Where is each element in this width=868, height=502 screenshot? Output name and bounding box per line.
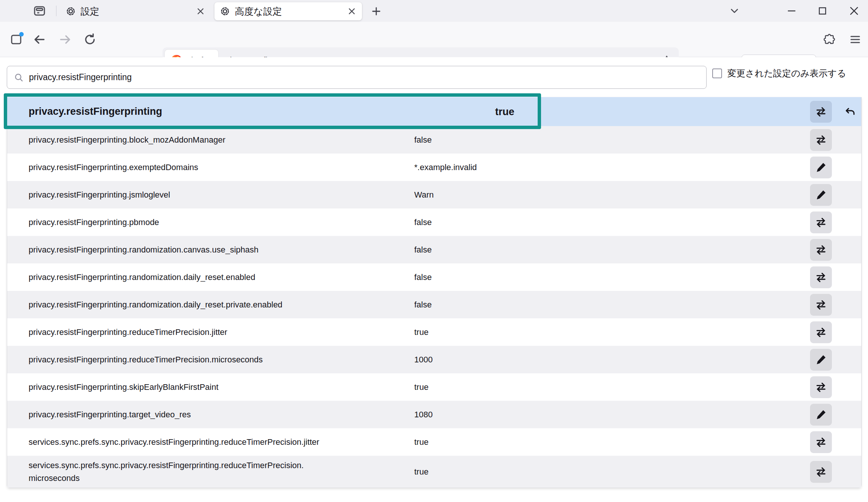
- edit-pencil-icon[interactable]: [810, 404, 832, 426]
- pref-value: true: [414, 437, 429, 447]
- firefox-view-icon[interactable]: [33, 3, 49, 18]
- pref-row[interactable]: privacy.resistFingerprinting.randomizati…: [7, 263, 861, 291]
- pref-value: false: [414, 245, 432, 255]
- pref-value: true: [414, 467, 429, 477]
- window-minimize-icon[interactable]: [779, 0, 804, 22]
- search-input[interactable]: [28, 68, 706, 87]
- pref-value: true: [414, 327, 429, 337]
- new-tab-icon[interactable]: [369, 4, 384, 18]
- tab-advanced-settings[interactable]: 高度な設定: [214, 2, 362, 20]
- prefs-table: privacy.resistFingerprintingtrueprivacy.…: [7, 97, 862, 488]
- close-tab-icon[interactable]: [194, 5, 207, 18]
- toggle-icon[interactable]: [810, 431, 832, 453]
- pref-row[interactable]: privacy.resistFingerprinting.randomizati…: [7, 291, 861, 318]
- edit-pencil-icon[interactable]: [810, 349, 832, 371]
- tab-label: 設定: [81, 5, 194, 18]
- browser-window: 設定 高度な設定: [0, 0, 868, 502]
- pref-name: privacy.resistFingerprinting.skipEarlyBl…: [29, 380, 219, 393]
- pref-row[interactable]: privacy.resistFingerprinting.exemptedDom…: [7, 154, 861, 181]
- pref-name: privacy.resistFingerprinting.randomizati…: [29, 243, 258, 256]
- window-close-icon[interactable]: [841, 0, 867, 22]
- pref-name: privacy.resistFingerprinting: [29, 104, 162, 120]
- toggle-icon[interactable]: [810, 461, 832, 483]
- pref-row[interactable]: privacy.resistFingerprinting.skipEarlyBl…: [7, 373, 861, 401]
- checkbox-icon[interactable]: [712, 68, 722, 78]
- pref-name: privacy.resistFingerprinting.randomizati…: [29, 271, 255, 283]
- toggle-icon[interactable]: [810, 294, 832, 316]
- pref-name: privacy.resistFingerprinting.pbmode: [29, 216, 159, 228]
- pref-name: privacy.resistFingerprinting.exemptedDom…: [29, 161, 198, 173]
- pref-row[interactable]: privacy.resistFingerprinting.pbmodefalse: [7, 208, 861, 236]
- pref-row[interactable]: privacy.resistFingerprinting.randomizati…: [7, 236, 861, 263]
- config-search-row: 変更された設定のみ表示する: [0, 57, 868, 97]
- pref-value: 1000: [414, 355, 433, 365]
- pref-row[interactable]: privacy.resistFingerprinting.block_mozAd…: [7, 126, 861, 154]
- pref-name: privacy.resistFingerprinting.target_vide…: [29, 408, 191, 421]
- show-modified-only-checkbox[interactable]: 変更された設定のみ表示する: [712, 67, 846, 79]
- pref-value: *.example.invalid: [414, 163, 477, 172]
- toggle-icon[interactable]: [810, 101, 832, 123]
- gear-icon: [65, 6, 76, 17]
- forward-icon[interactable]: [56, 30, 74, 49]
- gear-icon: [220, 6, 230, 17]
- extensions-puzzle-icon[interactable]: [820, 30, 839, 49]
- back-icon[interactable]: [30, 30, 49, 49]
- tab-settings[interactable]: 設定: [60, 2, 211, 20]
- pref-value: true: [414, 382, 429, 392]
- toggle-icon[interactable]: [810, 321, 832, 343]
- pref-name: privacy.resistFingerprinting.reduceTimer…: [29, 326, 227, 338]
- notification-dot: [19, 32, 24, 37]
- edit-pencil-icon[interactable]: [810, 184, 832, 206]
- pref-value: false: [414, 272, 432, 282]
- checkbox-label: 変更された設定のみ表示する: [727, 67, 846, 79]
- reload-icon[interactable]: [81, 30, 99, 49]
- toggle-icon[interactable]: [810, 266, 832, 288]
- pref-name: services.sync.prefs.sync.privacy.resistF…: [29, 459, 304, 484]
- pref-name: privacy.resistFingerprinting.block_mozAd…: [29, 133, 225, 146]
- pref-value: false: [414, 218, 432, 227]
- pref-row[interactable]: privacy.resistFingerprinting.jsmloglevel…: [7, 181, 861, 208]
- close-tab-icon[interactable]: [345, 5, 358, 18]
- search-icon: [14, 73, 24, 82]
- pref-name: privacy.resistFingerprinting.reduceTimer…: [29, 353, 263, 366]
- window-maximize-icon[interactable]: [810, 0, 835, 22]
- pref-row[interactable]: services.sync.prefs.sync.privacy.resistF…: [7, 456, 861, 488]
- navigation-toolbar: Firefox about:config: [0, 22, 868, 57]
- pref-row[interactable]: privacy.resistFingerprinting.target_vide…: [7, 401, 861, 428]
- pref-row[interactable]: privacy.resistFingerprinting.reduceTimer…: [7, 346, 861, 373]
- sidebar-toggle-icon[interactable]: [7, 30, 26, 49]
- toggle-icon[interactable]: [810, 239, 832, 261]
- pref-value: false: [414, 300, 432, 310]
- toggle-icon[interactable]: [810, 376, 832, 398]
- pref-row[interactable]: privacy.resistFingerprintingtrue: [7, 97, 861, 126]
- pref-row[interactable]: services.sync.prefs.sync.privacy.resistF…: [7, 428, 861, 456]
- list-all-tabs-chevron-icon[interactable]: [722, 0, 747, 22]
- tab-separator: [56, 6, 56, 16]
- pref-row[interactable]: privacy.resistFingerprinting.reduceTimer…: [7, 318, 861, 346]
- pref-search-field[interactable]: [7, 66, 707, 89]
- tab-label: 高度な設定: [235, 5, 345, 18]
- edit-pencil-icon[interactable]: [810, 157, 832, 178]
- pref-value: false: [414, 135, 432, 145]
- tab-bar: 設定 高度な設定: [0, 0, 868, 22]
- pref-name: privacy.resistFingerprinting.jsmloglevel: [29, 188, 170, 201]
- pref-value: Warn: [414, 190, 434, 200]
- pref-name: privacy.resistFingerprinting.randomizati…: [29, 298, 283, 311]
- toggle-icon[interactable]: [810, 211, 832, 233]
- pref-value: true: [495, 106, 514, 117]
- hamburger-menu-icon[interactable]: [846, 30, 865, 49]
- pref-value: 1080: [414, 410, 433, 420]
- pref-name: services.sync.prefs.sync.privacy.resistF…: [29, 435, 319, 448]
- toggle-icon[interactable]: [810, 129, 832, 151]
- reset-undo-icon[interactable]: [841, 103, 859, 121]
